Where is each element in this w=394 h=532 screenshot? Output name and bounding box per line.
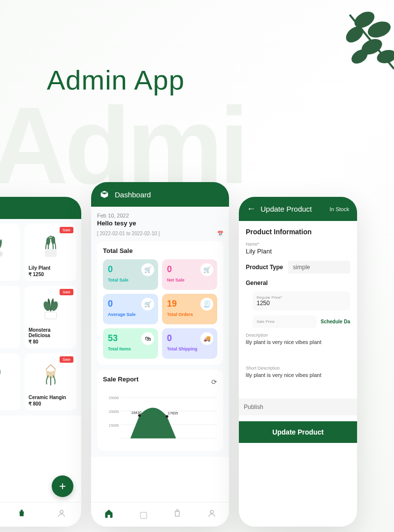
stat-total-sale[interactable]: 0Total Sale🛒 — [103, 259, 158, 290]
publish-row[interactable]: Publish — [239, 399, 357, 415]
total-sale-card: Total Sale 0Total Sale🛒 0Net Sale🛒 0Aver… — [97, 241, 223, 365]
product-card[interactable]: NT Live T – — [0, 353, 20, 410]
leaf-decoration — [305, 0, 394, 89]
product-card[interactable]: Sale Lily Plant ₹ 1250 — [25, 224, 76, 281]
product-form: Product Information Name* Lily Plant Pro… — [239, 221, 357, 443]
product-name: Ceramic Hangin — [29, 395, 72, 400]
products-header: Products — [0, 197, 81, 219]
svg-point-17 — [60, 510, 63, 513]
products-grid: warf Sale Lily Plant ₹ 1250 planter n st… — [0, 219, 81, 415]
product-name: Monstera Deliciosa — [29, 327, 72, 338]
nav-home-icon[interactable] — [104, 508, 114, 521]
description-field[interactable]: Description lily plant is very nice vibe… — [246, 333, 350, 345]
stat-net-sale[interactable]: 0Net Sale🛒 — [162, 259, 217, 290]
svg-rect-11 — [45, 312, 57, 319]
products-screen: Products warf Sale Lily Plant ₹ 1250 pla… — [0, 197, 81, 527]
type-value: simple — [288, 261, 350, 274]
date-range: [ 2022-02-01 to 2022-02-10 ] — [97, 231, 160, 236]
sale-badge: Sale — [60, 227, 73, 233]
short-description-field[interactable]: Short Description lily plant is very nic… — [246, 366, 350, 378]
sale-badge: Sale — [60, 356, 73, 363]
desc-label: Description — [246, 333, 350, 338]
bottom-nav: ▢ — [91, 502, 229, 527]
svg-point-29 — [210, 510, 213, 513]
general-title: General — [246, 280, 350, 286]
product-price: ₹ 1250 — [29, 272, 72, 277]
plant-icon — [0, 357, 16, 392]
stat-total-orders[interactable]: 19Total Orders🧾 — [162, 294, 217, 324]
product-card[interactable]: warf — [0, 224, 20, 281]
update-title: Update Product — [261, 205, 312, 213]
reg-price-label: Regular Price* — [257, 295, 346, 300]
svg-text:15000: 15000 — [109, 423, 119, 428]
nav-bag-icon[interactable] — [173, 509, 182, 520]
back-icon[interactable]: ← — [247, 204, 256, 214]
name-label: Name* — [246, 242, 350, 247]
stats-grid: 0Total Sale🛒 0Net Sale🛒 0Average Sale🛒 1… — [103, 259, 217, 359]
type-label: Product Type — [246, 264, 283, 271]
date-range-row: [ 2022-02-01 to 2022-02-10 ] 📅 — [97, 231, 223, 236]
product-card[interactable]: planter n stand — [0, 286, 20, 348]
short-desc-value: lily plant is very nice vibes plant — [246, 372, 350, 378]
product-name: warf — [0, 265, 16, 271]
sale-badge: Sale — [60, 289, 73, 295]
stock-status: In Stock — [329, 206, 349, 212]
nav-user-icon[interactable] — [57, 509, 66, 520]
product-price: ₹ 800 — [29, 401, 72, 407]
dashboard-content: Feb 10, 2022 Hello tesy ye [ 2022-02-01 … — [91, 207, 229, 457]
plant-icon — [0, 228, 16, 262]
stat-label: Net Sale — [167, 278, 212, 282]
bag-icon: 🛍 — [141, 332, 154, 345]
cart-icon: 🛒 — [200, 263, 213, 276]
receipt-icon: 🧾 — [200, 298, 213, 311]
svg-text:17835: 17835 — [168, 411, 178, 416]
sale-report-title: Sale Report — [103, 376, 138, 383]
product-card[interactable]: Sale Ceramic Hangin ₹ 800 — [25, 353, 76, 410]
svg-text:18410: 18410 — [131, 410, 142, 415]
svg-point-8 — [46, 237, 50, 245]
stat-average-sale[interactable]: 0Average Sale🛒 — [103, 294, 158, 324]
dashboard-header: Dashboard — [91, 182, 229, 207]
total-sale-title: Total Sale — [103, 247, 217, 254]
stat-label: Total Orders — [167, 312, 212, 317]
greeting: Hello tesy ye — [97, 219, 223, 227]
stat-total-items[interactable]: 53Total Items🛍 — [103, 328, 158, 359]
page-title: Admin App — [47, 64, 185, 96]
logo-icon — [99, 189, 110, 200]
dashboard-title: Dashboard — [115, 190, 151, 199]
plant-icon — [0, 290, 16, 324]
stat-total-shipping[interactable]: 0Total Shipping🚚 — [162, 328, 217, 359]
reg-price-value: 1250 — [257, 300, 346, 307]
product-name: planter n stand — [0, 327, 16, 338]
nav-card-icon[interactable]: ▢ — [139, 509, 148, 520]
type-field[interactable]: Product Type simple — [246, 261, 350, 274]
sale-price-label: Sale Price — [257, 319, 313, 324]
update-product-button[interactable]: Update Product — [239, 421, 357, 443]
svg-rect-7 — [45, 249, 57, 257]
nav-bag-icon[interactable] — [17, 509, 26, 520]
update-product-screen: ← Update Product In Stock Product Inform… — [239, 197, 357, 527]
current-date: Feb 10, 2022 — [97, 213, 223, 219]
nav-user-icon[interactable] — [207, 509, 216, 520]
svg-point-16 — [0, 369, 0, 376]
svg-text:25000: 25000 — [109, 396, 119, 400]
regular-price-field[interactable]: Regular Price* 1250 — [253, 291, 350, 311]
add-product-button[interactable]: + — [52, 475, 73, 497]
desc-value: lily plant is very nice vibes plant — [246, 339, 350, 345]
product-card[interactable]: Sale Monstera Deliciosa ₹ 80 — [25, 286, 76, 348]
svg-point-9 — [51, 236, 55, 244]
stat-label: Total Shipping — [167, 346, 212, 351]
update-header: ← Update Product In Stock — [239, 197, 357, 221]
dashboard-screen: Dashboard Feb 10, 2022 Hello tesy ye [ 2… — [91, 182, 229, 527]
sale-chart: 25000 20000 15000 18410 17835 — [103, 391, 217, 445]
stat-label: Total Items — [108, 346, 153, 351]
cart-icon: 🛒 — [141, 263, 154, 276]
name-field[interactable]: Name* Lily Plant — [246, 242, 350, 255]
info-title: Product Information — [246, 228, 350, 236]
cart-icon: 🛒 — [141, 298, 154, 311]
svg-point-6 — [0, 250, 3, 258]
sale-price-field[interactable]: Sale Price — [253, 315, 317, 328]
schedule-link[interactable]: Schedule Da — [321, 319, 350, 324]
calendar-icon[interactable]: 📅 — [217, 231, 223, 236]
refresh-icon[interactable]: ⟳ — [211, 378, 217, 386]
